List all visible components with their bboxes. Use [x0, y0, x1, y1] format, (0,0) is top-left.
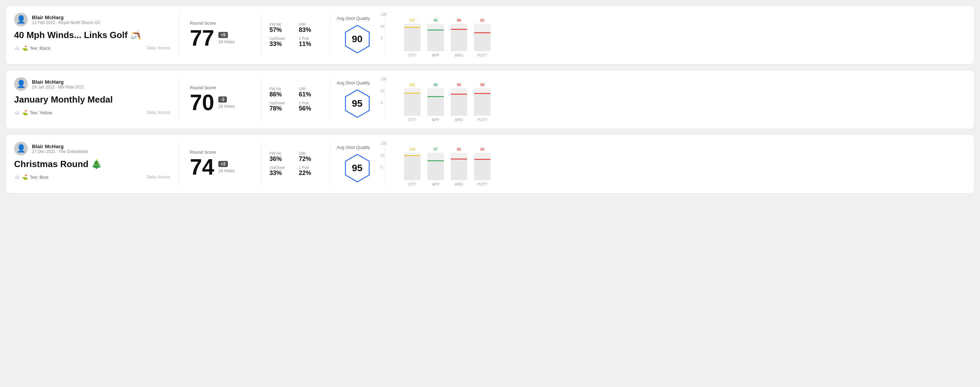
- bar-putt: [474, 153, 490, 180]
- bar-ott: [404, 24, 420, 51]
- round-title: 40 Mph Winds... Links Golf 🪃: [14, 30, 170, 40]
- bar-fill-app: [427, 160, 444, 180]
- chart-col-arg: 95 ARG: [451, 147, 467, 186]
- gir-label: GIR: [299, 22, 321, 26]
- chart-label-app: APP: [432, 182, 439, 186]
- hexagon-container: 95: [342, 88, 373, 119]
- user-info: Blair McHarg 12 Feb 2022 · Royal North D…: [32, 14, 100, 25]
- score-row: 74 +2 18 Holes: [190, 156, 250, 178]
- chart-col-app: 95 APP: [427, 18, 444, 57]
- user-info: Blair McHarg 29 Jan 2022 · Mill Ride GCC: [32, 79, 84, 90]
- chart-label-app: APP: [432, 53, 439, 57]
- chart-col-app: 86 APP: [427, 82, 444, 122]
- score-section: Round Score 77 +5 18 Holes: [179, 13, 261, 57]
- oneputt-label: 1 Putt: [299, 165, 321, 170]
- date-course: 29 Jan 2022 · Mill Ride GCC: [32, 85, 84, 90]
- fw-hit-label: FW Hit: [269, 87, 292, 91]
- round-score-label: Round Score: [190, 149, 250, 155]
- oneputt-stat: 1 Putt 22%: [299, 165, 321, 177]
- holes-label: 18 Holes: [218, 168, 234, 173]
- oneputt-value: 11%: [299, 40, 321, 48]
- bar-fill-arg: [451, 159, 467, 180]
- holes-label: 18 Holes: [218, 40, 234, 44]
- bar-fill-arg: [451, 94, 467, 116]
- bar-putt: [474, 88, 490, 116]
- stats-grid: FW Hit 86% GIR 61% Up/Down 78% 1 Putt 56…: [269, 87, 321, 112]
- tee-info: ☁️ ⛳ Tee: Yellow: [14, 110, 52, 115]
- bar-arg: [451, 24, 467, 51]
- oneputt-value: 22%: [299, 170, 321, 177]
- bar-line-putt: [474, 159, 490, 160]
- chart-label-arg: ARG: [455, 182, 463, 186]
- stats-section: FW Hit 57% GIR 83% Up/Down 33% 1 Putt 11…: [261, 13, 330, 57]
- bar-line-arg: [451, 159, 467, 160]
- quality-section: Avg Shot Quality 95: [330, 77, 385, 122]
- updown-stat: Up/Down 33%: [269, 36, 292, 48]
- gir-value: 61%: [299, 91, 321, 98]
- bar-fill-ott: [404, 93, 420, 116]
- score-modifier-badge: +5: [218, 32, 228, 38]
- score-badge: -2 18 Holes: [218, 97, 234, 109]
- bar-line-arg: [451, 94, 467, 95]
- hex-score: 95: [352, 98, 363, 109]
- updown-stat: Up/Down 33%: [269, 165, 292, 177]
- gir-stat: GIR 83%: [299, 22, 321, 33]
- bar-ott: [404, 153, 420, 180]
- chart-label-ott: OTT: [409, 53, 416, 57]
- round-title: Christmas Round 🎄: [14, 159, 170, 170]
- avg-shot-label: Avg Shot Quality: [337, 145, 370, 150]
- bottom-row: ☁️ ⛳ Tee: Black Data: Arccos: [14, 45, 170, 51]
- round-card: 👤 Blair McHarg 29 Jan 2022 · Mill Ride G…: [5, 70, 975, 129]
- left-section: 👤 Blair McHarg 27 Dec 2021 · The Oxfords…: [14, 142, 179, 186]
- data-source: Data: Arccos: [147, 110, 170, 115]
- avg-shot-label: Avg Shot Quality: [337, 80, 370, 86]
- user-icon: 👤: [16, 15, 26, 24]
- chart-col-arg: 96 ARG: [451, 82, 467, 122]
- chart-val-putt: 93: [480, 147, 484, 151]
- score-badge: +5 18 Holes: [218, 32, 234, 44]
- gir-value: 72%: [299, 155, 321, 163]
- fw-hit-value: 57%: [269, 26, 292, 33]
- chart-val-ott: 101: [409, 82, 415, 87]
- user-name: Blair McHarg: [32, 14, 100, 20]
- oneputt-label: 1 Putt: [299, 36, 321, 40]
- tee-info: ☁️ ⛳ Tee: Black: [14, 45, 51, 51]
- bar-fill-app: [427, 30, 444, 51]
- bar-app: [427, 88, 444, 116]
- hex-score: 95: [352, 163, 363, 174]
- updown-label: Up/Down: [269, 101, 292, 105]
- stats-section: FW Hit 86% GIR 61% Up/Down 78% 1 Putt 56…: [261, 77, 330, 122]
- chart-section: 100 50 0 101 OTT 86: [385, 77, 966, 122]
- fw-hit-stat: FW Hit 57%: [269, 22, 292, 33]
- user-info: Blair McHarg 27 Dec 2021 · The Oxfordshi…: [32, 143, 88, 154]
- chart-val-arg: 96: [457, 82, 461, 87]
- avatar: 👤: [14, 77, 28, 91]
- bottom-row: ☁️ ⛳ Tee: Yellow Data: Arccos: [14, 110, 170, 115]
- updown-value: 78%: [269, 105, 292, 112]
- bar-fill-arg: [451, 29, 467, 51]
- bar-line-app: [427, 96, 444, 97]
- weather-icon: ☁️: [14, 45, 20, 51]
- bar-fill-ott: [404, 155, 420, 180]
- chart-val-arg: 95: [457, 147, 461, 151]
- hexagon-container: 95: [342, 153, 373, 184]
- user-row: 👤 Blair McHarg 29 Jan 2022 · Mill Ride G…: [14, 77, 170, 91]
- fw-hit-stat: FW Hit 36%: [269, 151, 292, 163]
- tee-label: Tee: Yellow: [30, 110, 52, 115]
- gir-label: GIR: [299, 87, 321, 91]
- bar-app: [427, 24, 444, 51]
- chart-label-arg: ARG: [455, 118, 463, 122]
- weather-icon: ☁️: [14, 174, 20, 180]
- updown-value: 33%: [269, 40, 292, 48]
- chart-label-ott: OTT: [409, 118, 416, 122]
- bar-line-putt: [474, 93, 490, 94]
- updown-stat: Up/Down 78%: [269, 101, 292, 112]
- data-source: Data: Arccos: [147, 174, 170, 179]
- bar-line-ott: [404, 93, 420, 94]
- score-row: 77 +5 18 Holes: [190, 27, 250, 49]
- quality-section: Avg Shot Quality 90: [330, 13, 385, 57]
- bar-ott: [404, 88, 420, 116]
- fw-hit-label: FW Hit: [269, 22, 292, 26]
- score-section: Round Score 70 -2 18 Holes: [179, 77, 261, 122]
- bar-line-putt: [474, 32, 490, 33]
